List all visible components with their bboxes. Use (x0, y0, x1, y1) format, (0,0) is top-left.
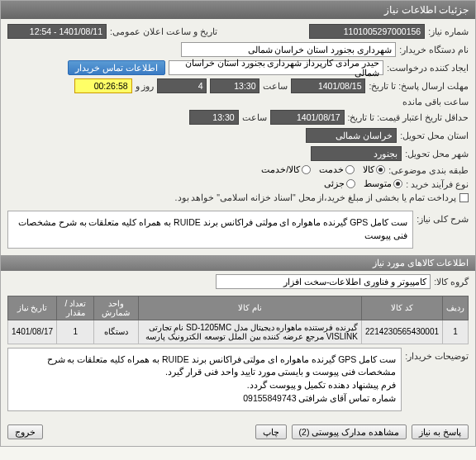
buyer-org-value: شهرداری بجنورد استان خراسان شمالی (181, 42, 396, 57)
cell-qty: 1 (57, 320, 94, 344)
th-date: تاریخ نیاز (8, 296, 57, 320)
city-value: بجنورد (311, 146, 402, 161)
cell-name: گیرنده فرستنده ماهواره دیجیتال مدل SD-12… (138, 320, 362, 344)
buyer-org-label: نام دستگاه خریدار: (399, 45, 469, 55)
process-radios: متوسط جزئی (324, 178, 402, 189)
category-radios: کالا خدمت کالا/خدمت (261, 164, 385, 175)
province-value: خراسان شمالی (306, 128, 397, 143)
process-label: نوع فرآیند خرید : (406, 179, 469, 189)
remaining-label: ساعت باقی مانده (402, 97, 469, 107)
deadline-time: 13:30 (210, 78, 259, 93)
th-qty: تعداد / مقدار (57, 296, 94, 320)
need-no-value: 1101005297000156 (309, 24, 425, 39)
validity-date: 1401/08/17 (270, 110, 345, 125)
window-title: جزئیات اطلاعات نیاز (1, 1, 475, 19)
summary-text: ست کامل GPS گیرنده ماهواره ای مولتی فراک… (7, 211, 413, 249)
buyer-notes-text: ست کامل GPS گیرنده ماهواره ای مولتی فراک… (7, 348, 402, 411)
city-label: شهر محل تحویل: (405, 149, 469, 159)
th-unit: واحد شمارش (94, 296, 138, 320)
radio-mid[interactable] (393, 179, 402, 188)
countdown: 00:26:58 (74, 78, 132, 93)
reply-button[interactable]: پاسخ به نیاز (412, 424, 469, 439)
summary-label: شرح کلی نیاز: (416, 211, 469, 224)
time-label-2: ساعت (242, 112, 267, 122)
radio-service[interactable] (345, 165, 355, 174)
radio-service-label: خدمت (319, 164, 344, 175)
cell-row: 1 (443, 320, 469, 344)
goods-group-label: گروه کالا: (434, 277, 469, 287)
validity-time: 13:30 (189, 110, 239, 125)
close-button[interactable]: خروج (7, 424, 43, 439)
announce-value: 1401/08/11 - 12:54 (7, 24, 107, 39)
radio-small-label: جزئی (324, 178, 345, 189)
radio-goods[interactable] (376, 165, 385, 174)
announce-label: تاریخ و ساعت اعلان عمومی: (110, 26, 217, 36)
payment-note: پرداخت تمام یا بخشی از مبلغ خرید،از محل … (175, 192, 456, 202)
goods-group-value: کامپیوتر و فناوری اطلاعات-سخت افزار (216, 274, 431, 289)
radio-small[interactable] (346, 179, 355, 188)
days-count: 4 (157, 78, 207, 93)
province-label: استان محل تحویل: (400, 130, 469, 140)
th-code: کد کالا (362, 296, 443, 320)
cell-code: 2214230565430001 (362, 320, 443, 344)
validity-label: حداقل تاریخ اعتبار قیمت: تا تاریخ: (348, 112, 469, 122)
radio-goods-service[interactable] (302, 165, 311, 174)
creator-label: ایجاد کننده درخواست: (387, 63, 469, 73)
goods-section-header: اطلاعات کالاهای مورد نیاز (1, 255, 475, 271)
treasury-checkbox[interactable] (459, 193, 469, 202)
buyer-notes-label: توضیحات خریدار: (405, 348, 469, 361)
radio-goods-label: کالا (363, 164, 374, 175)
th-name: نام کالا (138, 296, 362, 320)
th-row: ردیف (443, 296, 469, 320)
radio-goods-service-label: کالا/خدمت (261, 164, 300, 175)
deadline-label: مهلت ارسال پاسخ: تا تاریخ: (369, 81, 469, 91)
time-label-1: ساعت (263, 81, 288, 91)
cell-date: 1401/08/17 (8, 320, 57, 344)
contact-buyer-button[interactable]: اطلاعات تماس خریدار (68, 60, 165, 75)
deadline-date: 1401/08/15 (291, 78, 365, 93)
table-row[interactable]: 1 2214230565430001 گیرنده فرستنده ماهوار… (8, 320, 469, 344)
radio-mid-label: متوسط (364, 178, 392, 189)
cell-unit: دستگاه (94, 320, 138, 344)
goods-table: ردیف کد کالا نام کالا واحد شمارش تعداد /… (7, 296, 469, 344)
days-and-label: روز و (136, 81, 155, 91)
print-button[interactable]: چاپ (255, 424, 287, 439)
creator-value: حیدر مرادی کارپرداز شهرداری بجنورد استان… (169, 60, 383, 75)
category-label: طبقه بندی موضوعی: (388, 165, 469, 175)
need-no-label: شماره نیاز: (428, 26, 469, 36)
attachments-button[interactable]: مشاهده مدارک پیوستی (2) (292, 424, 407, 439)
